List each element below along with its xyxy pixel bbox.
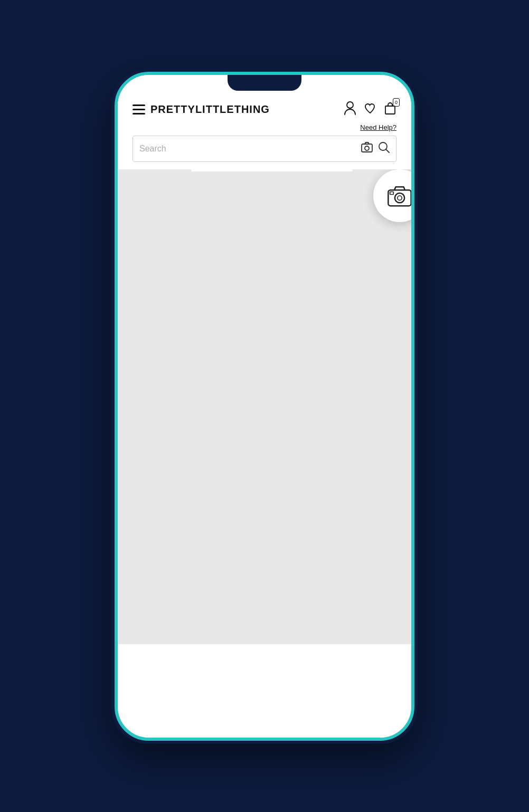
product-image-area: Glow Up: [118, 169, 411, 644]
phone-notch: [228, 75, 301, 91]
svg-rect-21: [388, 190, 411, 206]
scene: PRETTYLITTLETHING: [59, 16, 470, 797]
visual-search-camera-button[interactable]: [373, 169, 411, 222]
camera-search-icon[interactable]: [361, 142, 373, 155]
svg-point-2: [365, 146, 369, 150]
svg-point-3: [379, 142, 387, 150]
search-bar-container: Search: [118, 136, 411, 169]
svg-point-24: [398, 196, 402, 200]
svg-line-4: [386, 149, 390, 152]
svg-rect-23: [390, 192, 393, 194]
need-help-link[interactable]: Need Help?: [360, 123, 396, 131]
header-right: 0: [344, 101, 396, 118]
phone-screen: PRETTYLITTLETHING: [118, 75, 411, 738]
phone-shell: PRETTYLITTLETHING: [111, 69, 418, 744]
phone-border: PRETTYLITTLETHING: [115, 72, 414, 741]
search-bar[interactable]: Search: [133, 136, 396, 162]
svg-point-22: [395, 193, 404, 203]
header-left: PRETTYLITTLETHING: [133, 103, 270, 116]
search-icons: [361, 141, 390, 156]
hamburger-icon[interactable]: [133, 104, 145, 114]
wishlist-icon[interactable]: [364, 102, 376, 118]
detection-box-skirt: [212, 169, 338, 171]
search-placeholder: Search: [139, 144, 357, 154]
detection-box-shirt: [191, 169, 353, 171]
need-help-row: Need Help?: [118, 123, 411, 136]
camera-float-icon: [386, 183, 411, 209]
brand-name: PRETTYLITTLETHING: [150, 103, 270, 116]
detection-box-glasses: [221, 169, 303, 171]
cart-icon[interactable]: 0: [384, 101, 396, 118]
svg-rect-0: [385, 106, 395, 114]
cart-badge: 0: [393, 98, 400, 107]
search-magnifier-icon[interactable]: [378, 141, 390, 156]
account-icon[interactable]: [344, 101, 356, 118]
